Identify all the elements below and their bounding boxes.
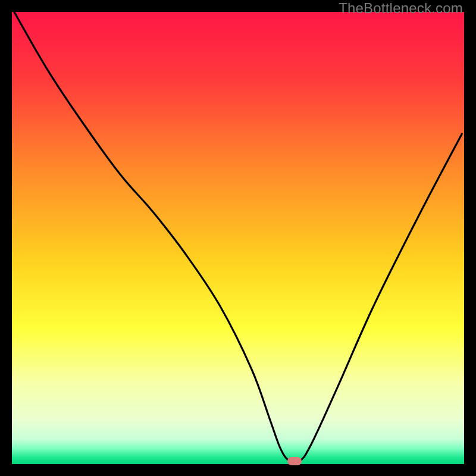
optimal-point-marker <box>287 457 302 465</box>
chart-frame <box>12 12 464 464</box>
bottleneck-curve <box>12 12 464 464</box>
curve-path <box>14 12 462 464</box>
watermark-text: TheBottleneck.com <box>339 0 463 17</box>
